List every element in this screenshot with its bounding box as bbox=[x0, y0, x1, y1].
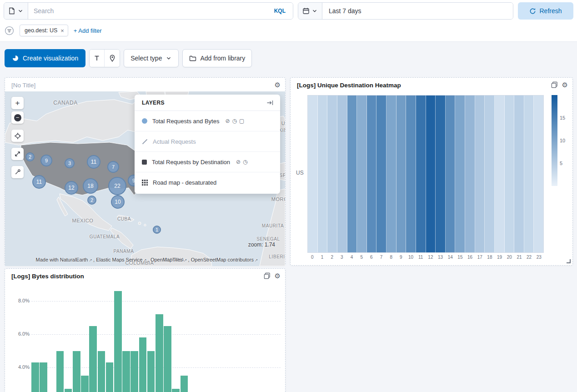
bar[interactable] bbox=[172, 389, 180, 392]
panel-resize-handle[interactable] bbox=[567, 259, 571, 263]
heatmap-cell[interactable] bbox=[485, 95, 495, 252]
external-link-icon: ↗ bbox=[255, 258, 258, 262]
save-to-library-icon[interactable] bbox=[264, 272, 271, 279]
map-cluster[interactable]: 7 bbox=[107, 161, 119, 173]
bar[interactable] bbox=[89, 326, 97, 392]
panel-settings-gear-icon[interactable]: ⚙ bbox=[562, 81, 568, 88]
zoom-in-button[interactable]: + bbox=[11, 97, 24, 109]
heatmap-cell[interactable] bbox=[327, 95, 337, 252]
bar[interactable] bbox=[114, 291, 122, 392]
select-type-button[interactable]: Select type bbox=[124, 49, 179, 67]
panel-settings-gear-icon[interactable]: ⚙ bbox=[275, 81, 281, 88]
bar[interactable] bbox=[156, 314, 163, 392]
panel-title[interactable]: [No Title] bbox=[11, 82, 35, 89]
heatmap-cell[interactable] bbox=[406, 95, 416, 252]
no-global-filter-icon[interactable]: ⊘ bbox=[236, 159, 241, 165]
bar[interactable] bbox=[98, 351, 105, 392]
heatmap-cell[interactable] bbox=[465, 95, 475, 252]
heatmap-cell[interactable] bbox=[416, 95, 426, 252]
remove-filter-icon[interactable]: × bbox=[60, 27, 64, 34]
bar[interactable] bbox=[122, 351, 130, 392]
layer-item[interactable]: Total Requests and Bytes⊘◷▢ bbox=[135, 111, 280, 131]
heatmap-cell[interactable] bbox=[376, 95, 386, 252]
map-cluster[interactable]: 10 bbox=[111, 195, 125, 209]
map-cluster[interactable]: 22 bbox=[108, 177, 126, 195]
heatmap-cell[interactable] bbox=[386, 95, 396, 252]
layer-item[interactable]: Total Requests by Destination⊘◷ bbox=[135, 152, 280, 172]
bar[interactable] bbox=[40, 362, 47, 392]
bar[interactable] bbox=[56, 351, 64, 392]
create-visualization-button[interactable]: Create visualization bbox=[5, 49, 85, 67]
heatmap-cell[interactable] bbox=[347, 95, 357, 252]
map-cluster[interactable]: 11 bbox=[87, 155, 100, 169]
search-input[interactable]: Search KQL bbox=[28, 3, 293, 19]
save-to-library-icon[interactable] bbox=[551, 81, 558, 88]
map-cluster[interactable]: 1 bbox=[153, 226, 161, 234]
heatmap-cell[interactable] bbox=[514, 95, 524, 252]
map-cluster[interactable]: 12 bbox=[65, 181, 78, 195]
fit-to-data-button[interactable] bbox=[11, 148, 24, 160]
bar[interactable] bbox=[31, 362, 39, 392]
heatmap-cell[interactable] bbox=[426, 95, 436, 252]
map-attribution[interactable]: Made with NaturalEarth↗, Elastic Maps Se… bbox=[5, 257, 285, 262]
bar[interactable] bbox=[139, 337, 147, 392]
heatmap-cell[interactable] bbox=[367, 95, 377, 252]
bar[interactable] bbox=[147, 351, 155, 392]
bar[interactable] bbox=[73, 351, 80, 392]
attribution-link[interactable]: Made with NaturalEarth bbox=[36, 257, 88, 262]
bar[interactable] bbox=[106, 362, 114, 392]
heatmap-cell[interactable] bbox=[318, 95, 328, 252]
heatmap-cell[interactable] bbox=[357, 95, 367, 252]
draw-tools-button[interactable] bbox=[11, 166, 24, 178]
heatmap-cell[interactable] bbox=[505, 95, 515, 252]
heatmap-cell[interactable] bbox=[337, 95, 347, 252]
heatmap-cell[interactable] bbox=[446, 95, 456, 252]
kql-badge[interactable]: KQL bbox=[272, 8, 287, 14]
bar[interactable] bbox=[164, 326, 171, 392]
no-global-filter-icon[interactable]: ⊘ bbox=[225, 118, 230, 124]
heatmap-cell[interactable] bbox=[534, 95, 543, 252]
panel-title[interactable]: [Logs] Unique Destination Heatmap bbox=[297, 82, 401, 89]
panel-title[interactable]: [Logs] Bytes distribution bbox=[11, 273, 84, 280]
date-quick-menu-button[interactable] bbox=[298, 3, 322, 19]
add-from-library-button[interactable]: Add from library bbox=[182, 49, 252, 67]
attribution-link[interactable]: Elastic Maps Service bbox=[96, 257, 142, 262]
bar[interactable] bbox=[181, 376, 188, 392]
attribution-link[interactable]: OpenStreetMap contributors bbox=[191, 257, 254, 262]
zoom-out-button[interactable]: − bbox=[11, 111, 24, 124]
bar[interactable] bbox=[65, 389, 72, 392]
map-viewport[interactable]: CANADAMEXICOCUBAGUATEMALAPANAMACOLOMBIAG… bbox=[5, 91, 285, 266]
map-cluster[interactable]: 3 bbox=[65, 158, 75, 168]
add-text-button[interactable] bbox=[90, 50, 105, 67]
layer-item[interactable]: Road map - desaturated bbox=[135, 172, 280, 193]
collapse-layers-button[interactable] bbox=[266, 99, 274, 106]
map-cluster[interactable]: 11 bbox=[32, 175, 46, 189]
panel-settings-gear-icon[interactable]: ⚙ bbox=[275, 272, 281, 279]
time-range-button[interactable]: Last 7 days bbox=[322, 3, 513, 19]
heatmap-cell[interactable] bbox=[475, 95, 485, 252]
attribution-link[interactable]: OpenMapTiles bbox=[151, 257, 183, 262]
map-cluster[interactable]: 2 bbox=[25, 152, 35, 161]
refresh-button[interactable]: Refresh bbox=[518, 2, 573, 20]
heatmap-cell[interactable] bbox=[524, 95, 534, 252]
filter-pill[interactable]: geo.dest: US × bbox=[20, 25, 68, 36]
heatmap-cell[interactable] bbox=[436, 95, 446, 252]
bar[interactable] bbox=[130, 351, 138, 392]
add-map-button[interactable] bbox=[105, 50, 120, 67]
add-filter-link[interactable]: + Add filter bbox=[74, 27, 102, 34]
filter-menu-button[interactable] bbox=[5, 26, 14, 35]
layer-item[interactable]: Actual Requests bbox=[135, 131, 280, 152]
set-view-button[interactable] bbox=[11, 130, 24, 142]
map-cluster[interactable]: 18 bbox=[83, 178, 98, 194]
map-cluster[interactable]: 9 bbox=[40, 155, 52, 166]
bounds-icon[interactable]: ▢ bbox=[239, 118, 244, 124]
time-filter-icon[interactable]: ◷ bbox=[232, 118, 236, 124]
heatmap-cell[interactable] bbox=[495, 95, 505, 252]
heatmap-cell[interactable] bbox=[396, 95, 406, 252]
heatmap-cell[interactable] bbox=[308, 95, 318, 252]
map-cluster[interactable]: 2 bbox=[87, 196, 96, 205]
bar[interactable] bbox=[81, 376, 89, 392]
saved-query-menu-button[interactable] bbox=[4, 3, 28, 19]
time-filter-icon[interactable]: ◷ bbox=[243, 159, 247, 165]
heatmap-cell[interactable] bbox=[455, 95, 465, 252]
